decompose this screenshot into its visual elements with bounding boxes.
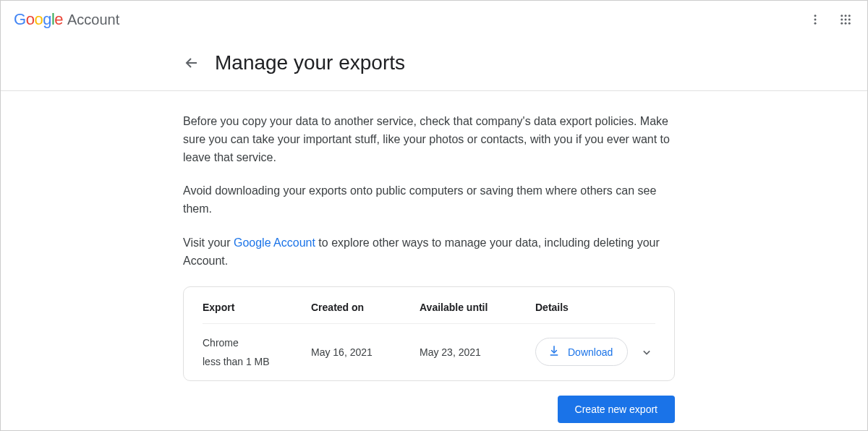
export-cell: Chrome less than 1 MB (203, 337, 311, 367)
export-name: Chrome (203, 337, 311, 349)
more-vert-icon[interactable] (807, 11, 824, 28)
svg-point-4 (845, 14, 847, 17)
google-logo: Google (14, 10, 63, 29)
table-row: Chrome less than 1 MB May 16, 2021 May 2… (203, 324, 655, 367)
intro-paragraph-1: Before you copy your data to another ser… (183, 113, 675, 166)
svg-point-1 (814, 19, 817, 21)
download-icon (548, 344, 561, 359)
intro3-prefix: Visit your (183, 236, 234, 249)
created-cell: May 16, 2021 (311, 346, 420, 358)
svg-rect-12 (550, 354, 558, 356)
details-cell: Download (535, 338, 655, 366)
svg-point-5 (848, 14, 851, 17)
col-header-export: Export (203, 302, 311, 313)
apps-grid-icon[interactable] (837, 11, 854, 28)
page-title: Manage your exports (215, 51, 405, 74)
create-new-export-button[interactable]: Create new export (558, 396, 675, 423)
main-content: Before you copy your data to another ser… (1, 91, 681, 423)
title-row: Manage your exports (1, 35, 867, 90)
export-size: less than 1 MB (203, 356, 311, 367)
svg-point-7 (845, 19, 847, 21)
svg-point-3 (841, 14, 843, 17)
svg-point-0 (814, 14, 817, 17)
col-header-created: Created on (311, 302, 420, 313)
download-label: Download (568, 346, 613, 358)
download-button[interactable]: Download (535, 338, 628, 366)
intro-paragraph-2: Avoid downloading your exports onto publ… (183, 182, 675, 218)
table-header-row: Export Created on Available until Detail… (203, 302, 655, 324)
app-header: Google Account (1, 1, 867, 35)
chevron-down-icon[interactable] (638, 343, 655, 361)
col-header-available: Available until (420, 302, 535, 313)
back-arrow-icon[interactable] (183, 54, 200, 72)
svg-point-11 (848, 22, 851, 25)
svg-point-2 (814, 22, 817, 25)
svg-point-6 (841, 19, 843, 21)
svg-point-10 (845, 22, 847, 25)
intro-paragraph-3: Visit your Google Account to explore oth… (183, 234, 675, 270)
available-cell: May 23, 2021 (420, 346, 535, 358)
header-actions (807, 11, 854, 28)
svg-point-9 (841, 22, 843, 25)
google-account-link[interactable]: Google Account (234, 236, 315, 249)
exports-table: Export Created on Available until Detail… (183, 286, 675, 381)
svg-point-8 (848, 19, 851, 21)
brand: Google Account (14, 10, 119, 29)
col-header-details: Details (535, 302, 655, 313)
footer-actions: Create new export (183, 396, 675, 423)
brand-product: Account (67, 12, 119, 28)
